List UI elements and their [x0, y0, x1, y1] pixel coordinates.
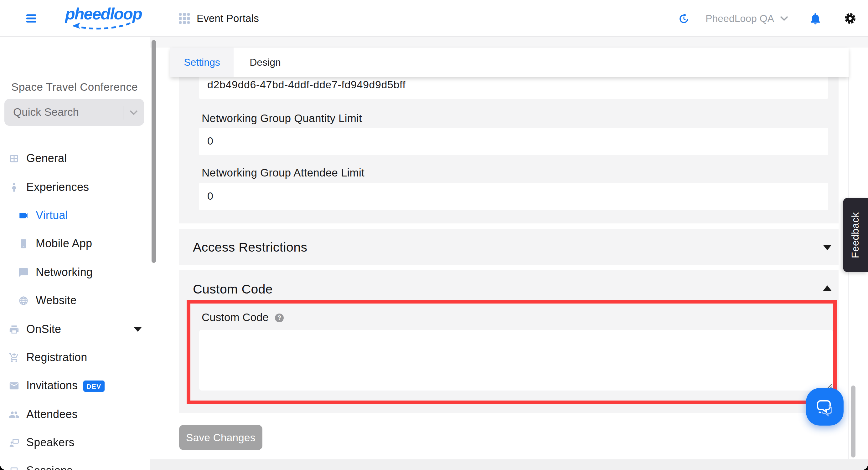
- page-title: Event Portals: [197, 12, 259, 24]
- org-switcher[interactable]: PheedLoop QA: [706, 13, 788, 24]
- save-button[interactable]: Save Changes: [179, 425, 262, 450]
- sidebar-item-networking[interactable]: Networking: [0, 258, 150, 287]
- tab-settings[interactable]: Settings: [170, 47, 234, 77]
- settings-content: Networking Group Quantity Limit Networki…: [170, 77, 848, 459]
- custom-code-label: Custom Code: [202, 311, 269, 324]
- window-grid-icon: [9, 153, 20, 164]
- notifications-bell-icon[interactable]: [810, 12, 821, 25]
- access-restrictions-section[interactable]: Access Restrictions: [179, 229, 839, 265]
- sidebar-item-sessions[interactable]: Sessions: [0, 457, 150, 470]
- org-name: PheedLoop QA: [706, 13, 774, 24]
- content-top-gutter: [150, 37, 868, 47]
- globe-icon: [18, 295, 29, 306]
- refresh-history-icon[interactable]: [678, 13, 689, 24]
- sidebar-item-general[interactable]: General: [0, 144, 150, 173]
- printer-icon: [9, 324, 20, 335]
- sidebar-item-registration[interactable]: Registration: [0, 343, 150, 372]
- help-icon[interactable]: ?: [275, 313, 284, 322]
- chevron-down-icon: [130, 110, 138, 115]
- menu-icon[interactable]: [26, 14, 36, 23]
- person-icon: [9, 182, 20, 193]
- settings-gear-icon[interactable]: [844, 12, 857, 25]
- chevron-up-icon[interactable]: [823, 286, 832, 291]
- feedback-tab[interactable]: Feedback: [843, 198, 868, 272]
- presenter-icon: [9, 437, 20, 448]
- laptop-icon: [9, 466, 20, 470]
- envelope-icon: [9, 381, 20, 392]
- sidebar-item-attendees[interactable]: Attendees: [0, 400, 150, 429]
- event-name: Space Travel Conference: [11, 81, 138, 94]
- tab-design[interactable]: Design: [234, 47, 297, 77]
- chevron-down-icon: [780, 15, 788, 21]
- custom-code-textarea[interactable]: [199, 330, 833, 391]
- field-label: Networking Group Quantity Limit: [202, 112, 362, 125]
- caret-down-icon: [134, 327, 142, 331]
- top-bar: pheedloop Event Portals PheedLoop QA: [0, 0, 868, 37]
- portal-id-input[interactable]: [199, 77, 828, 99]
- sidebar-scrollbar[interactable]: [152, 40, 156, 263]
- field-label: Networking Group Attendee Limit: [202, 166, 365, 179]
- sidebar-item-experiences[interactable]: Experiences: [0, 173, 150, 202]
- content-bottom-gutter: [150, 459, 868, 470]
- cart-plus-icon: [9, 352, 20, 363]
- people-icon: [9, 409, 20, 419]
- section-title: Access Restrictions: [193, 240, 307, 255]
- quick-search-dropdown[interactable]: Quick Search: [4, 99, 144, 126]
- app-window: pheedloop Event Portals PheedLoop QA: [0, 0, 868, 470]
- video-camera-icon: [18, 210, 29, 221]
- quick-search-label: Quick Search: [13, 106, 123, 119]
- networking-limits-section: Networking Group Quantity Limit Networki…: [179, 77, 839, 224]
- sidebar-item-website[interactable]: Website: [0, 287, 150, 315]
- sidebar-item-speakers[interactable]: Speakers: [0, 429, 150, 457]
- section-title: Custom Code: [193, 281, 273, 297]
- sidebar-item-mobile-app[interactable]: Mobile App: [0, 230, 150, 258]
- pheedloop-logo[interactable]: pheedloop: [65, 4, 137, 30]
- sidebar-item-virtual[interactable]: Virtual: [0, 202, 150, 230]
- chat-bubble-icon: [18, 267, 29, 278]
- page-scrollbar[interactable]: [851, 385, 856, 458]
- tab-bar: Settings Design: [170, 47, 848, 77]
- chat-widget-button[interactable]: [806, 388, 844, 426]
- dev-badge: DEV: [83, 380, 104, 392]
- sidebar: Space Travel Conference Quick Search Gen…: [0, 37, 150, 470]
- sidebar-nav: General Experiences Virtual Mobile App N…: [0, 144, 150, 470]
- chat-bubbles-icon: [814, 396, 835, 417]
- smartphone-icon: [18, 239, 29, 249]
- chevron-down-icon[interactable]: [823, 245, 832, 250]
- apps-grid-icon: [179, 13, 190, 24]
- networking-group-attendee-limit-input[interactable]: [199, 183, 828, 210]
- feedback-label: Feedback: [850, 212, 861, 258]
- sidebar-item-onsite[interactable]: OnSite: [0, 315, 150, 344]
- networking-group-quantity-limit-input[interactable]: [199, 128, 828, 155]
- divider: [123, 105, 123, 119]
- logo-text: pheedloop: [65, 4, 142, 23]
- sidebar-item-invitations[interactable]: Invitations DEV: [0, 372, 150, 400]
- custom-code-section: Custom Code Custom Code ?: [179, 270, 839, 413]
